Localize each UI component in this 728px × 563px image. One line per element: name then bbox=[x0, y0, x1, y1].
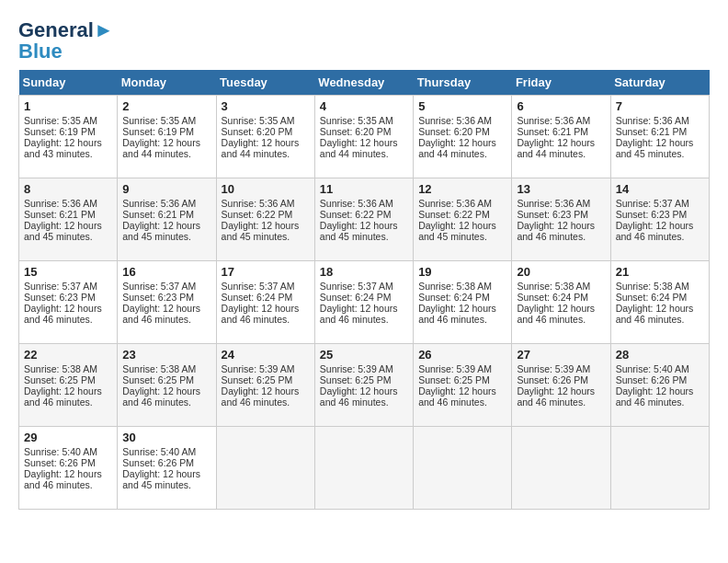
daylight-label: Daylight: 12 hours and 45 minutes. bbox=[24, 220, 102, 242]
day-number: 27 bbox=[517, 348, 605, 362]
sunrise-label: Sunrise: 5:35 AM bbox=[24, 115, 97, 126]
sunset-label: Sunset: 6:23 PM bbox=[24, 292, 96, 303]
sunrise-label: Sunrise: 5:37 AM bbox=[320, 281, 393, 292]
sunset-label: Sunset: 6:23 PM bbox=[616, 209, 688, 220]
sunset-label: Sunset: 6:21 PM bbox=[517, 126, 588, 137]
sunrise-label: Sunrise: 5:39 AM bbox=[222, 363, 295, 374]
day-cell-24: 24Sunrise: 5:39 AMSunset: 6:25 PMDayligh… bbox=[216, 343, 314, 426]
day-cell-1: 1Sunrise: 5:35 AMSunset: 6:19 PMDaylight… bbox=[19, 95, 118, 178]
sunrise-label: Sunrise: 5:36 AM bbox=[418, 115, 492, 126]
empty-cell bbox=[512, 426, 610, 509]
daylight-label: Daylight: 12 hours and 46 minutes. bbox=[222, 385, 300, 408]
day-number: 25 bbox=[320, 348, 408, 362]
daylight-label: Daylight: 12 hours and 46 minutes. bbox=[616, 303, 694, 325]
sunset-label: Sunset: 6:19 PM bbox=[122, 126, 194, 137]
logo-blue: Blue bbox=[18, 42, 63, 61]
day-number: 6 bbox=[517, 99, 605, 113]
page-header: General► Blue bbox=[18, 18, 710, 61]
day-number: 23 bbox=[122, 348, 210, 362]
sunset-label: Sunset: 6:22 PM bbox=[418, 209, 490, 220]
day-number: 24 bbox=[222, 348, 310, 362]
day-cell-23: 23Sunrise: 5:38 AMSunset: 6:25 PMDayligh… bbox=[118, 343, 216, 426]
day-cell-28: 28Sunrise: 5:40 AMSunset: 6:26 PMDayligh… bbox=[610, 343, 709, 426]
day-number: 5 bbox=[418, 99, 506, 113]
sunrise-label: Sunrise: 5:38 AM bbox=[616, 281, 689, 292]
sunrise-label: Sunrise: 5:36 AM bbox=[24, 198, 97, 209]
daylight-label: Daylight: 12 hours and 46 minutes. bbox=[320, 385, 398, 408]
daylight-label: Daylight: 12 hours and 46 minutes. bbox=[24, 303, 102, 325]
day-cell-4: 4Sunrise: 5:35 AMSunset: 6:20 PMDaylight… bbox=[314, 95, 413, 178]
daylight-label: Daylight: 12 hours and 45 minutes. bbox=[418, 220, 496, 242]
day-cell-21: 21Sunrise: 5:38 AMSunset: 6:24 PMDayligh… bbox=[610, 260, 709, 343]
day-number: 7 bbox=[616, 99, 704, 113]
day-number: 16 bbox=[122, 265, 210, 279]
day-number: 4 bbox=[320, 99, 408, 113]
sunset-label: Sunset: 6:20 PM bbox=[222, 126, 293, 137]
daylight-label: Daylight: 12 hours and 46 minutes. bbox=[24, 385, 102, 408]
header-row: Sunday Monday Tuesday Wednesday Thursday… bbox=[19, 70, 710, 96]
day-number: 14 bbox=[616, 182, 704, 196]
day-cell-6: 6Sunrise: 5:36 AMSunset: 6:21 PMDaylight… bbox=[512, 95, 610, 178]
daylight-label: Daylight: 12 hours and 44 minutes. bbox=[320, 137, 398, 159]
week-row-4: 22Sunrise: 5:38 AMSunset: 6:25 PMDayligh… bbox=[19, 343, 710, 426]
day-number: 10 bbox=[222, 182, 310, 196]
daylight-label: Daylight: 12 hours and 46 minutes. bbox=[418, 385, 496, 408]
sunset-label: Sunset: 6:23 PM bbox=[122, 292, 194, 303]
daylight-label: Daylight: 12 hours and 45 minutes. bbox=[122, 220, 200, 242]
sunset-label: Sunset: 6:19 PM bbox=[24, 126, 96, 137]
col-saturday: Saturday bbox=[610, 70, 709, 96]
week-row-5: 29Sunrise: 5:40 AMSunset: 6:26 PMDayligh… bbox=[19, 426, 710, 509]
sunset-label: Sunset: 6:21 PM bbox=[24, 209, 96, 220]
sunrise-label: Sunrise: 5:36 AM bbox=[222, 198, 295, 209]
sunset-label: Sunset: 6:24 PM bbox=[616, 292, 688, 303]
daylight-label: Daylight: 12 hours and 44 minutes. bbox=[122, 137, 200, 159]
daylight-label: Daylight: 12 hours and 46 minutes. bbox=[517, 220, 595, 242]
sunrise-label: Sunrise: 5:40 AM bbox=[122, 446, 196, 457]
col-sunday: Sunday bbox=[19, 70, 118, 96]
daylight-label: Daylight: 12 hours and 46 minutes. bbox=[320, 303, 398, 325]
sunset-label: Sunset: 6:23 PM bbox=[517, 209, 588, 220]
sunrise-label: Sunrise: 5:35 AM bbox=[122, 115, 196, 126]
col-wednesday: Wednesday bbox=[314, 70, 413, 96]
sunset-label: Sunset: 6:21 PM bbox=[122, 209, 194, 220]
day-cell-10: 10Sunrise: 5:36 AMSunset: 6:22 PMDayligh… bbox=[216, 178, 314, 260]
sunset-label: Sunset: 6:24 PM bbox=[320, 292, 392, 303]
daylight-label: Daylight: 12 hours and 46 minutes. bbox=[616, 220, 694, 242]
sunset-label: Sunset: 6:25 PM bbox=[222, 374, 293, 385]
sunset-label: Sunset: 6:25 PM bbox=[320, 374, 392, 385]
empty-cell bbox=[610, 426, 709, 509]
sunset-label: Sunset: 6:20 PM bbox=[418, 126, 490, 137]
day-number: 28 bbox=[616, 348, 704, 362]
sunrise-label: Sunrise: 5:36 AM bbox=[616, 115, 689, 126]
sunrise-label: Sunrise: 5:37 AM bbox=[222, 281, 295, 292]
day-cell-25: 25Sunrise: 5:39 AMSunset: 6:25 PMDayligh… bbox=[314, 343, 413, 426]
week-row-2: 8Sunrise: 5:36 AMSunset: 6:21 PMDaylight… bbox=[19, 178, 710, 260]
day-cell-30: 30Sunrise: 5:40 AMSunset: 6:26 PMDayligh… bbox=[118, 426, 216, 509]
sunrise-label: Sunrise: 5:38 AM bbox=[418, 281, 492, 292]
sunset-label: Sunset: 6:21 PM bbox=[616, 126, 688, 137]
day-cell-7: 7Sunrise: 5:36 AMSunset: 6:21 PMDaylight… bbox=[610, 95, 709, 178]
daylight-label: Daylight: 12 hours and 43 minutes. bbox=[24, 137, 102, 159]
daylight-label: Daylight: 12 hours and 45 minutes. bbox=[222, 220, 300, 242]
sunrise-label: Sunrise: 5:38 AM bbox=[122, 363, 196, 374]
day-cell-5: 5Sunrise: 5:36 AMSunset: 6:20 PMDaylight… bbox=[414, 95, 512, 178]
day-cell-8: 8Sunrise: 5:36 AMSunset: 6:21 PMDaylight… bbox=[19, 178, 118, 260]
day-cell-2: 2Sunrise: 5:35 AMSunset: 6:19 PMDaylight… bbox=[118, 95, 216, 178]
day-cell-15: 15Sunrise: 5:37 AMSunset: 6:23 PMDayligh… bbox=[19, 260, 118, 343]
empty-cell bbox=[216, 426, 314, 509]
sunrise-label: Sunrise: 5:37 AM bbox=[122, 281, 196, 292]
week-row-1: 1Sunrise: 5:35 AMSunset: 6:19 PMDaylight… bbox=[19, 95, 710, 178]
sunset-label: Sunset: 6:24 PM bbox=[517, 292, 588, 303]
day-number: 19 bbox=[418, 265, 506, 279]
day-number: 26 bbox=[418, 348, 506, 362]
sunrise-label: Sunrise: 5:38 AM bbox=[517, 281, 590, 292]
day-cell-13: 13Sunrise: 5:36 AMSunset: 6:23 PMDayligh… bbox=[512, 178, 610, 260]
sunrise-label: Sunrise: 5:36 AM bbox=[320, 198, 393, 209]
sunset-label: Sunset: 6:25 PM bbox=[418, 374, 490, 385]
sunrise-label: Sunrise: 5:39 AM bbox=[418, 363, 492, 374]
daylight-label: Daylight: 12 hours and 45 minutes. bbox=[616, 137, 694, 159]
day-number: 8 bbox=[24, 182, 112, 196]
daylight-label: Daylight: 12 hours and 46 minutes. bbox=[222, 303, 300, 325]
day-cell-26: 26Sunrise: 5:39 AMSunset: 6:25 PMDayligh… bbox=[414, 343, 512, 426]
sunrise-label: Sunrise: 5:37 AM bbox=[616, 198, 689, 209]
